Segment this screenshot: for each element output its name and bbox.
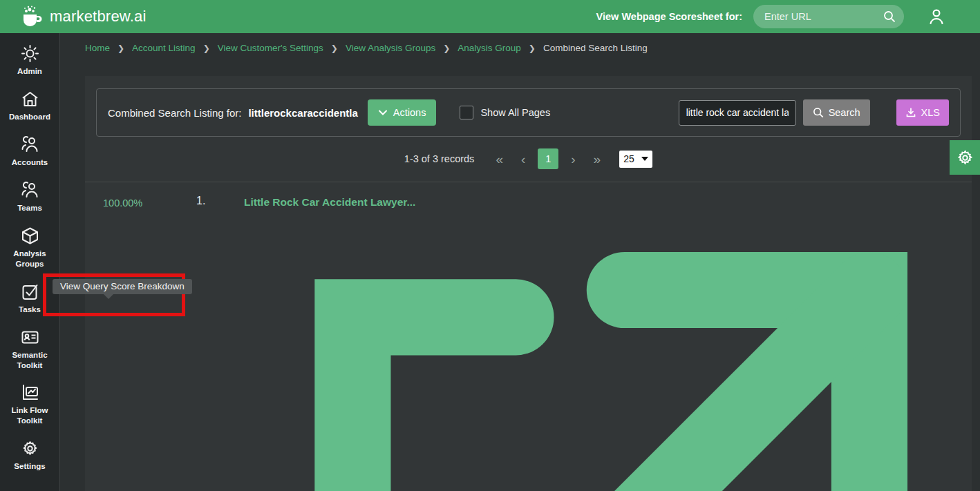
id-card-icon: [21, 328, 39, 347]
search-icon: [813, 107, 824, 118]
users-icon: [21, 181, 39, 200]
sidebar-item-label: Admin: [17, 66, 42, 77]
first-page-button[interactable]: «: [496, 153, 503, 166]
gear-icon: [21, 439, 39, 458]
sidebar-item-tasks[interactable]: Tasks: [1, 282, 59, 315]
result-rank: 1.: [196, 193, 244, 491]
coffee-cup-icon: [19, 5, 44, 28]
show-all-pages-label: Show All Pages: [480, 107, 550, 118]
cube-icon: [21, 227, 39, 245]
breadcrumb-item-view-customer-s-settings[interactable]: View Customer's Settings: [218, 43, 323, 53]
current-page-button[interactable]: 1: [538, 148, 558, 169]
search-button[interactable]: Search: [803, 99, 870, 126]
records-count: 1-3 of 3 records: [404, 153, 475, 164]
actions-button[interactable]: Actions: [368, 99, 437, 126]
sun-icon: [21, 44, 39, 63]
sidebar-item-label: Link Flow Toolkit: [1, 405, 59, 426]
actions-button-label: Actions: [393, 107, 426, 118]
query-search-input[interactable]: [679, 100, 796, 126]
sidebar-item-label: Teams: [17, 203, 42, 213]
breadcrumb-separator-icon: ❯: [529, 44, 536, 53]
top-header: marketbrew.ai View Webpage Scoresheet fo…: [0, 0, 980, 33]
content-panel: Combined Search Listing for: littlerockc…: [85, 76, 972, 491]
breadcrumb-separator-icon: ❯: [331, 44, 338, 53]
search-button-label: Search: [829, 107, 860, 118]
listing-toolbar: Combined Search Listing for: littlerockc…: [96, 88, 961, 137]
sidebar-nav: Admin Dashboard Accounts Teams Analysis …: [0, 33, 60, 491]
main-area: Home❯Account Listing❯View Customer's Set…: [61, 33, 980, 491]
next-page-button[interactable]: ›: [571, 153, 575, 166]
scoresheet-url-input[interactable]: [753, 5, 904, 28]
breadcrumb-separator-icon: ❯: [203, 44, 210, 53]
search-icon[interactable]: [883, 10, 896, 23]
sidebar-item-accounts[interactable]: Accounts: [1, 135, 59, 168]
breadcrumb-separator-icon: ❯: [443, 44, 450, 53]
listing-keyword: littlerockcaraccidentla: [248, 107, 357, 119]
breadcrumb-item-combined-search-listing: Combined Search Listing: [543, 43, 648, 53]
settings-panel-button[interactable]: [950, 140, 980, 175]
sidebar-item-link-flow-toolkit[interactable]: Link Flow Toolkit: [1, 383, 59, 426]
sidebar-item-semantic-toolkit[interactable]: Semantic Toolkit: [1, 328, 59, 371]
listing-label: Combined Search Listing for:: [108, 107, 241, 119]
breadcrumb-item-account-listing[interactable]: Account Listing: [132, 43, 196, 53]
chart-icon: [21, 383, 39, 402]
pagination: 1-3 of 3 records « ‹ 1 › » 25: [85, 148, 972, 169]
result-title-link[interactable]: Little Rock Car Accident Lawyer...: [244, 193, 951, 491]
download-icon: [905, 107, 916, 118]
tooltip: View Query Score Breakdown: [53, 279, 192, 294]
sidebar-item-label: Semantic Toolkit: [1, 350, 59, 371]
last-page-button[interactable]: »: [594, 153, 601, 166]
xls-export-button[interactable]: XLS: [896, 99, 949, 126]
check-square-icon: [21, 282, 39, 301]
prev-page-button[interactable]: ‹: [521, 153, 525, 166]
breadcrumb: Home❯Account Listing❯View Customer's Set…: [61, 33, 980, 53]
breadcrumb-item-analysis-group[interactable]: Analysis Group: [458, 43, 521, 53]
result-row: 100.00% 1. Little Rock Car Accident Lawy…: [85, 182, 972, 491]
sidebar-item-teams[interactable]: Teams: [1, 181, 59, 213]
query-score-cell: 100.00%: [85, 193, 196, 491]
sidebar-item-dashboard[interactable]: Dashboard: [1, 90, 59, 122]
results-list: 100.00% 1. Little Rock Car Accident Lawy…: [85, 182, 972, 491]
sidebar-item-label: Dashboard: [9, 112, 50, 122]
tooltip-arrow: [104, 294, 113, 299]
sidebar-item-analysis-groups[interactable]: Analysis Groups: [1, 227, 59, 269]
sidebar-item-label: Accounts: [12, 157, 48, 168]
sidebar-item-settings[interactable]: Settings: [1, 439, 59, 472]
scoresheet-label: View Webpage Scoresheet for:: [596, 11, 742, 22]
gear-icon: [956, 148, 974, 167]
brand-name: marketbrew.ai: [50, 8, 147, 26]
xls-button-label: XLS: [921, 107, 940, 118]
breadcrumb-item-home[interactable]: Home: [85, 43, 110, 53]
show-all-pages-checkbox[interactable]: [460, 106, 473, 119]
select-caret-icon: [641, 157, 648, 161]
sidebar-item-label: Analysis Groups: [1, 249, 59, 269]
page-size-value: 25: [623, 153, 634, 164]
page-size-select[interactable]: 25: [619, 151, 652, 168]
external-link-icon[interactable]: [244, 209, 951, 491]
home-icon: [21, 90, 39, 108]
users-icon: [21, 135, 39, 154]
brand-logo[interactable]: marketbrew.ai: [0, 5, 147, 28]
breadcrumb-item-view-analysis-groups[interactable]: View Analysis Groups: [346, 43, 435, 53]
sidebar-item-label: Tasks: [19, 305, 41, 315]
breadcrumb-separator-icon: ❯: [117, 44, 124, 53]
sidebar-item-admin[interactable]: Admin: [1, 44, 59, 77]
user-account-icon[interactable]: [927, 8, 945, 26]
chevron-down-icon: [378, 108, 388, 117]
query-score-link[interactable]: 100.00%: [103, 198, 142, 209]
sidebar-item-label: Settings: [14, 461, 45, 472]
